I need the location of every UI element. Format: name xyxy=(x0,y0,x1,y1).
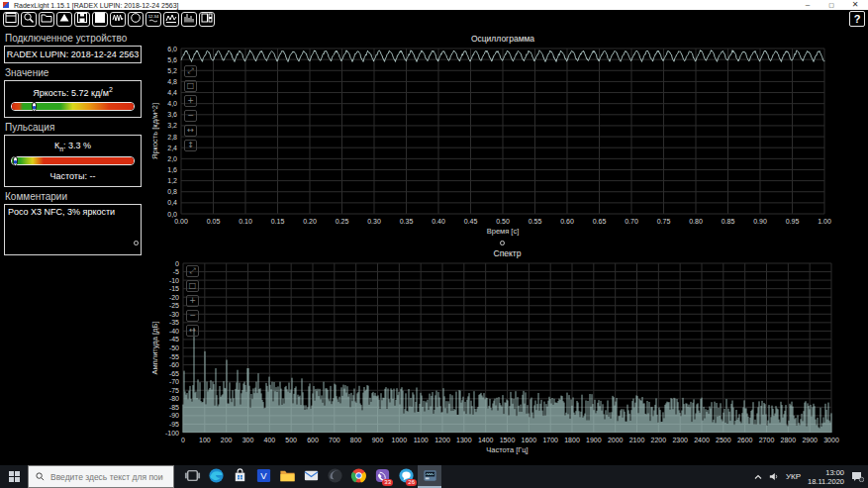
chart-tool-fit-horizontal-button[interactable]: ↔ xyxy=(184,125,197,137)
y-tick-label: 4,0 xyxy=(167,100,177,107)
white-screen-button[interactable] xyxy=(92,12,108,27)
x-tick-label: 2100 xyxy=(629,437,645,443)
y-tick-label: -30 xyxy=(169,311,179,318)
explorer-icon xyxy=(279,467,296,487)
left-panel: Подключенное устройство RADEX LUPIN: 201… xyxy=(0,29,146,255)
x-tick-label: 200 xyxy=(221,437,233,443)
x-tick-label: 500 xyxy=(285,437,297,443)
x-tick-label: 0.80 xyxy=(689,218,703,225)
x-tick-label: 600 xyxy=(307,437,319,443)
chart-tool-zoom-in-button[interactable]: + xyxy=(186,295,199,307)
window-controls: –▢✕ xyxy=(803,0,866,10)
chart-tool-window-button[interactable]: □ xyxy=(184,80,197,92)
windows-logo-icon xyxy=(9,471,20,482)
taskbar-app-viber[interactable]: 33 xyxy=(370,465,394,488)
x-tick-label: 2700 xyxy=(759,437,775,443)
x-tick-label: 1.00 xyxy=(818,218,831,225)
x-tick-label: 0.25 xyxy=(336,218,349,225)
start-button[interactable] xyxy=(0,465,28,488)
chart-tool-zoom-out-button[interactable]: − xyxy=(184,110,197,122)
chart-tool-zoom-out-button[interactable]: − xyxy=(186,310,199,322)
taskbar-app-radexlight[interactable] xyxy=(418,465,441,488)
brightness-scale xyxy=(11,102,135,111)
open-folder-icon xyxy=(41,12,52,27)
measurement-log-button[interactable] xyxy=(163,12,179,27)
taskbar-app-v-app[interactable]: V xyxy=(251,465,275,488)
export-button[interactable] xyxy=(56,12,72,27)
chart-splitter-grip[interactable] xyxy=(500,241,505,245)
x-tick-label: 2800 xyxy=(781,437,797,443)
maximize-button[interactable]: ▢ xyxy=(826,0,836,10)
preview-button[interactable] xyxy=(21,12,37,27)
spectrum-mode-button[interactable] xyxy=(181,12,197,27)
taskbar-app-mail[interactable] xyxy=(299,465,323,488)
save-button[interactable] xyxy=(74,12,90,27)
notification-center-icon[interactable] xyxy=(851,471,864,482)
taskbar-app-task-view[interactable] xyxy=(180,465,204,488)
y-tick-label: 4,8 xyxy=(167,78,177,85)
save-icon xyxy=(76,12,88,27)
chart-tool-fit-button[interactable]: ⤢ xyxy=(184,65,197,77)
taskbar-app-store[interactable] xyxy=(228,465,251,488)
volume-icon[interactable] xyxy=(769,472,779,481)
panel-splitter-grip[interactable] xyxy=(134,241,139,245)
x-tick-label: 1400 xyxy=(478,437,494,443)
chart-tool-fit-horizontal-button[interactable]: ↔ xyxy=(186,325,199,337)
task-view-icon xyxy=(184,467,201,487)
dual-layout-button[interactable] xyxy=(199,12,215,27)
brightness-marker xyxy=(32,102,37,112)
search-input[interactable] xyxy=(48,471,165,483)
oscillogram-mode-icon xyxy=(112,12,124,27)
store-icon xyxy=(232,467,248,487)
taskbar-search[interactable] xyxy=(28,465,174,488)
x-tick-label: 0.50 xyxy=(496,218,510,225)
spectrum-chart[interactable]: Спектр0100200300400500600700800900100011… xyxy=(148,247,868,463)
oscillogram-chart[interactable]: Осциллограмма0.000.050.100.150.200.250.3… xyxy=(148,33,868,244)
svg-text:V: V xyxy=(260,470,267,481)
y-tick-label: 2,8 xyxy=(167,134,177,141)
taskbar-app-chrome[interactable] xyxy=(346,465,370,488)
y-tick-label: -65 xyxy=(169,370,179,377)
taskbar-app-dark-browser[interactable] xyxy=(323,465,346,488)
x-tick-label: 100 xyxy=(199,437,211,443)
taskbar-app-messenger[interactable]: 26 xyxy=(394,465,418,488)
new-window-button[interactable] xyxy=(3,12,19,27)
numeric-display-button[interactable]: 12.34 xyxy=(145,12,161,27)
circle-mode-button[interactable] xyxy=(128,12,144,27)
value-box: Яркость: 5.72 кд/м2 xyxy=(4,80,142,118)
y-axis-label: Амплитуда [дБ] xyxy=(150,322,159,375)
x-tick-label: 0.70 xyxy=(625,218,638,225)
chart-tool-fit-vertical-button[interactable]: ↕ xyxy=(184,140,197,151)
help-button[interactable]: ? xyxy=(849,11,865,27)
window-titlebar[interactable]: RadexLight 1.15.1 [RADEX LUPIN: 2018-12-… xyxy=(0,0,868,10)
clock[interactable]: 13:00 18.11.2020 xyxy=(808,468,844,486)
chart-tool-zoom-in-button[interactable]: + xyxy=(184,95,197,107)
x-tick-label: 2000 xyxy=(608,437,624,443)
chart-tool-window-button[interactable]: □ xyxy=(186,280,199,292)
y-tick-label: -15 xyxy=(169,285,179,292)
measurement-log-icon xyxy=(165,12,177,27)
oscillogram-zoom-tools: ⤢□+−↔↕ xyxy=(184,65,197,151)
x-tick-label: 0.75 xyxy=(657,218,671,225)
oscillogram-mode-button[interactable] xyxy=(110,12,126,27)
chart-title: Спектр xyxy=(494,248,522,258)
search-icon xyxy=(36,472,45,481)
comment-input[interactable]: Poco X3 NFC, 3% яркости xyxy=(4,204,142,255)
close-button[interactable]: ✕ xyxy=(850,0,860,10)
taskbar-app-edge[interactable] xyxy=(204,465,228,488)
open-folder-button[interactable] xyxy=(39,12,54,27)
x-tick-label: 0.00 xyxy=(174,218,188,225)
mail-icon xyxy=(303,467,320,487)
taskbar-app-explorer[interactable] xyxy=(275,465,299,488)
tray-chevron-icon[interactable] xyxy=(754,474,762,480)
language-indicator[interactable]: УКР xyxy=(786,472,801,481)
y-tick-label: 0 xyxy=(175,260,179,267)
y-tick-label: 4,4 xyxy=(167,89,177,96)
y-tick-label: 2,4 xyxy=(167,145,177,151)
y-tick-label: -95 xyxy=(169,421,179,428)
x-tick-label: 3000 xyxy=(823,437,839,443)
minimize-button[interactable]: – xyxy=(803,0,813,10)
x-tick-label: 0.55 xyxy=(529,218,542,225)
device-name: RADEX LUPIN: 2018-12-24 2563 xyxy=(7,49,140,59)
chart-tool-fit-button[interactable]: ⤢ xyxy=(186,265,199,277)
